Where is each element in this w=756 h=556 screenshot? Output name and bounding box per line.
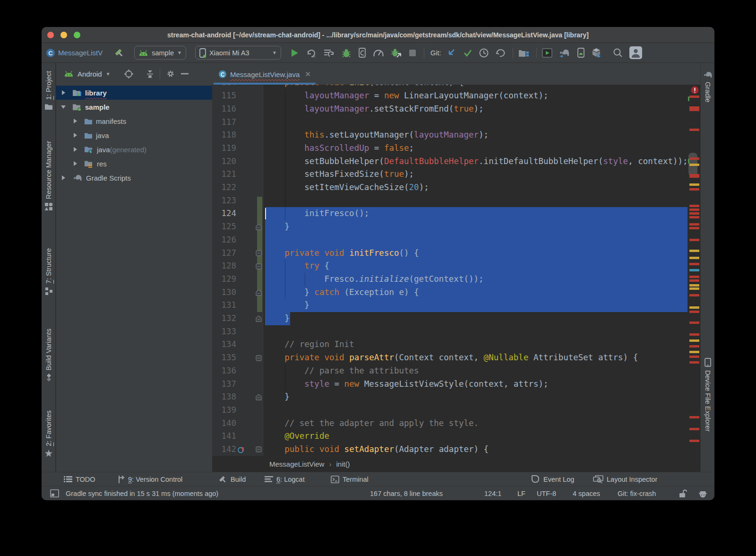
error-stripe-mark[interactable] <box>689 269 699 271</box>
error-stripe-mark[interactable] <box>689 361 699 364</box>
tree-item-res[interactable]: res <box>56 156 212 171</box>
line-number[interactable]: 114 <box>212 85 236 89</box>
error-stripe-mark[interactable] <box>689 96 699 98</box>
debug-button[interactable] <box>341 48 352 58</box>
fold-marker-icon[interactable] <box>256 250 262 256</box>
tree-item-library[interactable]: library <box>56 86 212 100</box>
code-editor[interactable]: 114 private void init(Context context) {… <box>212 85 700 456</box>
git-rollback-button[interactable] <box>495 48 506 58</box>
tab-messagelistview[interactable]: C MessageListView.java ✕ <box>214 66 316 83</box>
line-number[interactable]: 128 <box>212 260 236 273</box>
tree-item-java[interactable]: java <box>56 128 212 142</box>
tool-stripe--structure[interactable]: 7: Structure <box>42 248 56 295</box>
attach-profiler-button[interactable] <box>359 48 366 58</box>
fold-end-marker-icon[interactable] <box>256 315 262 322</box>
fold-end-marker-icon[interactable] <box>256 224 262 230</box>
tree-item-gradle-scripts[interactable]: Gradle Scripts <box>56 171 212 185</box>
line-number[interactable]: 138 <box>212 391 236 404</box>
error-stripe-mark[interactable] <box>689 208 699 211</box>
device-selector[interactable]: Xiaomi Mi A3▼ <box>195 46 281 60</box>
tool-window-button-build[interactable]: Build <box>218 475 246 484</box>
line-number[interactable]: 137 <box>212 378 236 391</box>
fold-marker-icon[interactable] <box>256 446 262 452</box>
apply-changes-button[interactable]: A <box>306 48 317 58</box>
line-number[interactable]: 125 <box>212 220 236 234</box>
line-number[interactable]: 142 <box>212 443 236 456</box>
tool-window-button-layout-inspector[interactable]: Layout Inspector <box>593 475 657 484</box>
error-stripe-mark[interactable] <box>689 129 699 131</box>
line-number[interactable]: 120 <box>212 155 236 168</box>
code-line[interactable]: setHasFixedSize(true); <box>265 168 414 181</box>
expand-arrow-icon[interactable] <box>60 90 66 96</box>
hide-panel-icon[interactable] <box>181 73 189 75</box>
error-stripe-mark[interactable] <box>689 279 699 282</box>
line-number[interactable]: 127 <box>212 247 236 260</box>
error-stripe-mark[interactable] <box>689 257 699 259</box>
error-stripe-mark[interactable] <box>689 276 699 278</box>
line-number[interactable]: 122 <box>212 181 236 194</box>
line-number[interactable]: 124 <box>212 207 236 220</box>
git-commit-button[interactable] <box>463 48 472 58</box>
run-configuration-selector[interactable]: MessageListV <box>58 49 103 57</box>
tool-stripe-gradle[interactable]: Gradle <box>701 71 714 103</box>
error-stripe-mark[interactable] <box>689 227 699 229</box>
line-number[interactable]: 135 <box>212 351 236 365</box>
line-number[interactable]: 139 <box>212 404 236 417</box>
error-stripe-mark[interactable] <box>689 106 699 111</box>
line-number[interactable]: 136 <box>212 365 236 378</box>
error-stripe-mark[interactable] <box>689 174 699 178</box>
avd-manager-button[interactable] <box>577 48 584 58</box>
error-stripe-mark[interactable] <box>689 345 699 348</box>
code-line[interactable]: private void init(Context context) { <box>265 85 464 89</box>
breadcrumb-method[interactable]: init() <box>336 460 350 468</box>
expand-arrow-icon[interactable] <box>60 104 66 110</box>
breadcrumb-class[interactable]: MessageListView <box>269 460 324 468</box>
tool-window-button-todo[interactable]: TODO <box>64 476 95 483</box>
fold-marker-icon[interactable] <box>256 355 262 361</box>
error-stripe-mark[interactable] <box>689 216 699 218</box>
gradle-sync-button[interactable] <box>559 48 570 58</box>
code-line[interactable]: hasScrolledUp = false; <box>265 142 414 155</box>
tool-stripe-build-variants[interactable]: Build Variants <box>42 329 56 382</box>
line-number[interactable]: 130 <box>212 286 236 299</box>
line-number[interactable]: 133 <box>212 325 236 339</box>
file-encoding[interactable]: UTF-8 <box>537 490 556 497</box>
code-line[interactable]: try { <box>265 260 329 273</box>
error-stripe-mark[interactable] <box>689 183 699 186</box>
build-button[interactable] <box>114 48 124 58</box>
user-avatar[interactable] <box>629 46 642 59</box>
line-number[interactable]: 123 <box>212 194 236 208</box>
fold-end-marker-icon[interactable] <box>256 289 262 296</box>
line-number[interactable]: 115 <box>212 89 236 103</box>
error-stripe-mark[interactable] <box>689 157 699 160</box>
line-number[interactable]: 121 <box>212 168 236 181</box>
error-stripe-mark[interactable] <box>689 416 699 418</box>
line-number[interactable]: 141 <box>212 430 236 443</box>
override-method-icon[interactable] <box>238 446 245 453</box>
error-stripe-mark[interactable] <box>689 339 699 342</box>
expand-arrow-icon[interactable] <box>72 147 78 152</box>
error-stripe-mark[interactable] <box>689 287 699 290</box>
code-line[interactable]: private void parseAttr(Context context, … <box>265 351 638 365</box>
git-history-button[interactable] <box>479 48 489 58</box>
chevron-down-icon[interactable]: ▼ <box>106 71 111 77</box>
caret-position[interactable]: 124:1 <box>484 490 501 497</box>
error-stripe-mark[interactable] <box>689 239 699 241</box>
error-stripe-mark[interactable] <box>689 321 699 324</box>
code-line[interactable]: initFresco(); <box>265 207 369 220</box>
error-stripe-mark[interactable] <box>689 164 699 166</box>
error-stripe-mark[interactable] <box>689 250 699 252</box>
project-structure-button[interactable] <box>518 48 529 58</box>
tool-stripe-resource-manager[interactable]: Resource Manager <box>42 141 56 210</box>
code-line[interactable]: } <box>265 299 309 312</box>
tool-stripe-device-file-explorer[interactable]: Device File Explorer <box>701 358 714 432</box>
error-stripe-mark[interactable] <box>689 188 699 191</box>
error-stripe-mark[interactable] <box>689 294 699 296</box>
tree-item-manifests[interactable]: manifests <box>56 114 212 128</box>
tool-stripe--favorites[interactable]: 2: Favorites <box>42 410 56 457</box>
error-stripe-mark[interactable] <box>689 284 699 287</box>
profiler-button[interactable] <box>373 48 384 58</box>
tool-window-button--logcat[interactable]: 6: Logcat <box>265 476 305 483</box>
code-line[interactable]: layoutManager.setStackFromEnd(true); <box>265 103 484 116</box>
code-line[interactable]: setBubbleHelper(DefaultBubbleHelper.init… <box>265 155 688 168</box>
